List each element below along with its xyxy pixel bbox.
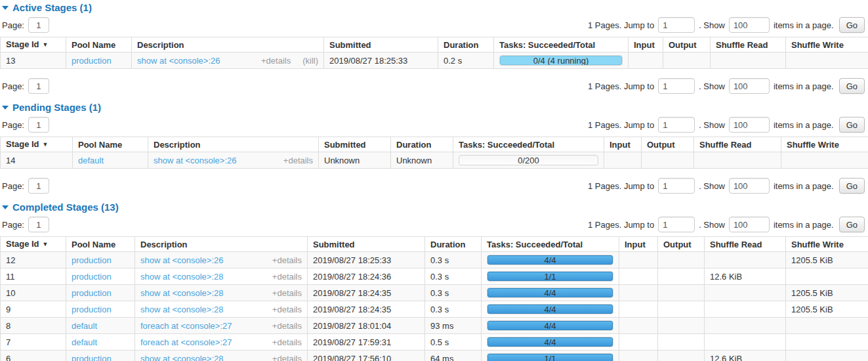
details-toggle[interactable]: +details <box>272 354 302 361</box>
shuffle-write-cell <box>786 350 868 361</box>
pool-name-link[interactable]: default <box>72 321 97 331</box>
jump-to-page-input[interactable] <box>658 117 695 133</box>
description: foreach at <console>:27+details <box>140 337 302 347</box>
column-header-output[interactable]: Output <box>642 137 694 152</box>
jump-to-page-input[interactable] <box>658 178 695 194</box>
go-button[interactable]: Go <box>839 217 865 232</box>
column-header-pool-name[interactable]: Pool Name <box>66 237 135 252</box>
go-button[interactable]: Go <box>839 178 865 194</box>
details-toggle[interactable]: +details <box>272 321 302 331</box>
stages-table-active: Stage Id▼Pool NameDescriptionSubmittedDu… <box>0 37 868 69</box>
page-number-input[interactable] <box>28 17 49 33</box>
show-label: . Show <box>699 120 725 130</box>
description-link[interactable]: foreach at <console>:27 <box>140 321 232 331</box>
jump-to-page-input[interactable] <box>658 17 695 33</box>
page-size-input[interactable] <box>729 117 770 133</box>
page-size-input[interactable] <box>729 78 770 94</box>
description-link[interactable]: show at <console>:28 <box>140 272 223 282</box>
pool-name-link[interactable]: production <box>72 272 112 282</box>
page-size-input[interactable] <box>729 217 770 232</box>
column-header-shuffle-read[interactable]: Shuffle Read <box>711 37 786 53</box>
column-header-shuffle-write[interactable]: Shuffle Write <box>786 237 868 252</box>
column-header-stage-id[interactable]: Stage Id▼ <box>1 37 66 53</box>
page-size-input[interactable] <box>729 17 770 33</box>
details-toggle[interactable]: +details <box>272 288 302 298</box>
column-header-duration[interactable]: Duration <box>438 37 494 53</box>
section-header-pending[interactable]: Pending Stages (1) <box>2 102 868 113</box>
description-link[interactable]: show at <console>:26 <box>154 156 236 165</box>
pool-name-link[interactable]: default <box>72 337 97 347</box>
input-cell <box>619 252 658 268</box>
column-header-shuffle-read[interactable]: Shuffle Read <box>694 137 781 152</box>
column-header-submitted[interactable]: Submitted <box>324 37 438 53</box>
go-button[interactable]: Go <box>839 17 865 33</box>
shuffle-write-cell <box>786 53 868 69</box>
section-header-completed[interactable]: Completed Stages (13) <box>2 202 868 213</box>
shuffle-write-cell <box>781 152 868 169</box>
description-link[interactable]: show at <console>:28 <box>140 305 223 314</box>
column-header-output[interactable]: Output <box>658 237 705 252</box>
details-toggle[interactable]: +details <box>272 337 302 347</box>
column-header-output[interactable]: Output <box>663 37 711 53</box>
pool-name-link[interactable]: production <box>72 56 112 66</box>
page-number-input[interactable] <box>28 217 49 232</box>
jump-to-page-input[interactable] <box>658 217 695 232</box>
column-header-pool-name[interactable]: Pool Name <box>73 137 148 152</box>
sort-descending-icon: ▼ <box>43 241 49 247</box>
stages-page: Active Stages (1)Page:1 Pages. Jump to. … <box>0 0 868 361</box>
output-cell <box>663 53 711 69</box>
column-header-label: Output <box>647 140 675 150</box>
go-button[interactable]: Go <box>839 117 865 133</box>
page-number-input[interactable] <box>28 78 49 94</box>
details-toggle[interactable]: +details <box>272 255 302 265</box>
shuffle-write-cell: 1205.5 KiB <box>786 301 868 318</box>
column-header-tasks-succeeded-total[interactable]: Tasks: Succeeded/Total <box>482 237 619 252</box>
pool-name-cell: default <box>73 152 148 169</box>
description-link[interactable]: foreach at <console>:27 <box>140 337 232 347</box>
column-header-tasks-succeeded-total[interactable]: Tasks: Succeeded/Total <box>494 37 629 53</box>
description-link[interactable]: show at <console>:28 <box>140 288 223 298</box>
details-toggle[interactable]: +details <box>283 156 313 165</box>
description-link[interactable]: show at <console>:26 <box>137 56 220 66</box>
pool-name-link[interactable]: production <box>72 354 112 361</box>
column-header-duration[interactable]: Duration <box>425 237 482 252</box>
page-size-input[interactable] <box>729 178 770 194</box>
column-header-input[interactable]: Input <box>604 137 642 152</box>
details-toggle[interactable]: +details <box>272 272 302 282</box>
stage-id-cell: 8 <box>1 318 66 334</box>
page-number-input[interactable] <box>28 117 49 133</box>
pool-name-link[interactable]: default <box>78 156 104 165</box>
description: foreach at <console>:27+details <box>140 321 302 331</box>
section-header-active[interactable]: Active Stages (1) <box>2 2 868 13</box>
column-header-pool-name[interactable]: Pool Name <box>66 37 132 53</box>
pool-name-link[interactable]: production <box>72 288 112 298</box>
column-header-label: Shuffle Write <box>787 140 839 150</box>
column-header-description[interactable]: Description <box>135 237 308 252</box>
pool-name-link[interactable]: production <box>72 255 112 265</box>
column-header-shuffle-read[interactable]: Shuffle Read <box>705 237 786 252</box>
details-toggle[interactable]: +details <box>261 56 291 66</box>
details-toggle[interactable]: +details <box>272 305 302 314</box>
column-header-description[interactable]: Description <box>148 137 319 152</box>
table-row: 11productionshow at <console>:28+details… <box>1 268 868 285</box>
column-header-tasks-succeeded-total[interactable]: Tasks: Succeeded/Total <box>453 137 604 152</box>
kill-link[interactable]: (kill) <box>302 56 318 66</box>
description: show at <console>:28+details <box>140 305 302 314</box>
description-link[interactable]: show at <console>:26 <box>140 255 223 265</box>
go-button[interactable]: Go <box>839 78 865 94</box>
column-header-stage-id[interactable]: Stage Id▼ <box>1 237 66 252</box>
column-header-shuffle-write[interactable]: Shuffle Write <box>786 37 868 53</box>
submitted-cell: 2019/08/27 18:24:35 <box>308 285 425 301</box>
jump-to-page-input[interactable] <box>658 78 695 94</box>
column-header-submitted[interactable]: Submitted <box>319 137 391 152</box>
column-header-stage-id[interactable]: Stage Id▼ <box>1 137 73 152</box>
pool-name-link[interactable]: production <box>72 305 112 314</box>
column-header-input[interactable]: Input <box>619 237 658 252</box>
column-header-input[interactable]: Input <box>629 37 663 53</box>
description-link[interactable]: show at <console>:28 <box>140 354 223 361</box>
column-header-duration[interactable]: Duration <box>391 137 453 152</box>
page-number-input[interactable] <box>28 178 49 194</box>
column-header-submitted[interactable]: Submitted <box>308 237 425 252</box>
column-header-description[interactable]: Description <box>132 37 324 53</box>
column-header-shuffle-write[interactable]: Shuffle Write <box>781 137 868 152</box>
